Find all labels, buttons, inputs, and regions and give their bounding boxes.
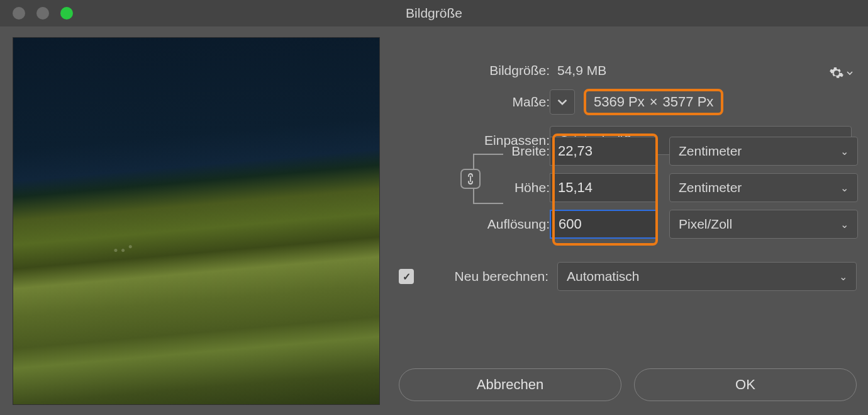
dimensions-label: Maße: — [424, 94, 550, 110]
height-label: Höhe: — [424, 180, 550, 195]
image-preview[interactable] — [13, 37, 380, 405]
resample-checkbox[interactable]: ✓ — [399, 269, 414, 284]
resample-method-select[interactable]: Automatisch⌄ — [557, 262, 857, 291]
titlebar: Bildgröße — [0, 0, 868, 26]
chevron-down-icon: ⌄ — [840, 145, 849, 157]
chevron-down-icon: ⌄ — [840, 182, 849, 194]
dimensions-height: 3577 Px — [663, 94, 714, 110]
resample-label: Neu berechnen: — [423, 269, 548, 284]
chevron-down-icon — [557, 97, 567, 107]
filesize-label: Bildgröße: — [424, 63, 550, 78]
filesize-value: 54,9 MB — [550, 63, 852, 78]
cancel-button[interactable]: Abbrechen — [399, 368, 621, 401]
resolution-label: Auflösung: — [424, 217, 550, 232]
dimensions-unit-dropdown[interactable] — [550, 89, 575, 115]
height-unit-select[interactable]: Zentimeter⌄ — [669, 173, 858, 202]
resolution-unit-select[interactable]: Pixel/Zoll⌄ — [669, 210, 858, 239]
chevron-down-icon: ⌄ — [839, 271, 847, 283]
width-input[interactable]: 22,73 — [550, 137, 657, 166]
width-label: Breite: — [424, 144, 550, 159]
width-unit-select[interactable]: Zentimeter⌄ — [669, 137, 858, 166]
ok-button[interactable]: OK — [634, 368, 857, 401]
window-title: Bildgröße — [0, 6, 868, 21]
height-input[interactable]: 15,14 — [550, 173, 657, 202]
dimensions-width: 5369 Px — [594, 94, 645, 110]
dimensions-highlight: 5369 Px × 3577 Px — [584, 89, 723, 115]
dimensions-sep: × — [650, 94, 658, 110]
resolution-input[interactable]: 600 — [550, 210, 657, 239]
chevron-down-icon: ⌄ — [840, 219, 849, 230]
